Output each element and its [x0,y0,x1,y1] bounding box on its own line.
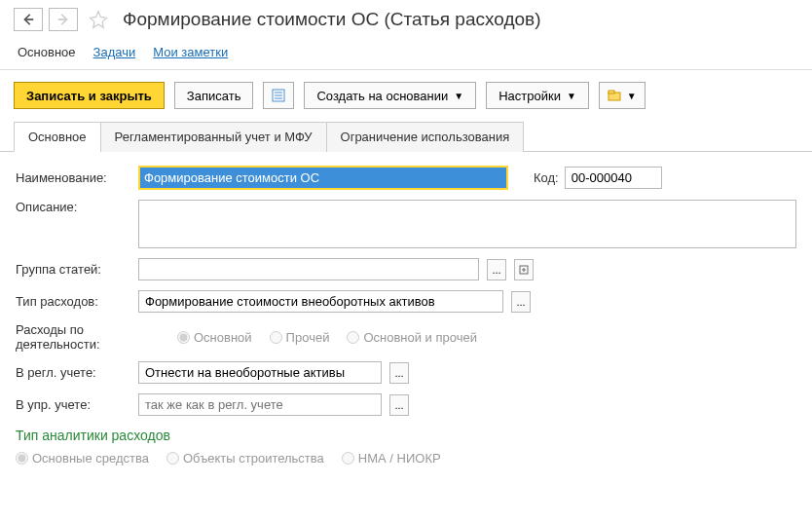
star-icon[interactable] [88,9,109,30]
tab-reg[interactable]: Регламентированный учет и МФУ [100,122,327,152]
activity-other-radio[interactable]: Прочей [270,330,330,345]
nav-main[interactable]: Основное [18,45,76,59]
analytics-title: Тип аналитики расходов [16,428,796,443]
top-nav: Основное Задачи Мои заметки [0,39,812,70]
create-based-button[interactable]: Создать на основании▼ [304,82,476,109]
save-button[interactable]: Записать [174,82,254,109]
group-input-wrap [138,258,479,280]
form: Наименование: Формирование стоимости ОС … [0,152,812,479]
reg-input-wrap [138,361,382,384]
type-label: Тип расходов: [16,294,132,309]
tabs: Основное Регламентированный учет и МФУ О… [0,121,812,152]
analytics-obj-radio[interactable]: Объекты строительства [166,451,324,466]
activity-radio-group: Основной Прочей Основной и прочей [177,330,477,345]
nav-tasks[interactable]: Задачи [93,45,136,59]
tab-main[interactable]: Основное [14,122,101,152]
settings-button[interactable]: Настройки▼ [486,82,589,109]
caret-down-icon: ▼ [454,91,463,101]
upr-label: В упр. учете: [16,397,132,412]
more-button[interactable]: ▼ [599,82,646,109]
name-label: Наименование: [16,170,132,185]
desc-textarea[interactable] [138,200,796,248]
activity-both-radio[interactable]: Основной и прочей [347,330,477,345]
caret-down-icon: ▼ [567,91,576,101]
analytics-nma-radio[interactable]: НМА / НИОКР [342,451,441,466]
group-select-button[interactable]: ... [487,259,506,280]
code-input[interactable] [566,168,661,188]
type-select-button[interactable]: ... [511,291,531,313]
code-input-wrap [565,167,662,189]
desc-label: Описание: [16,200,132,214]
tab-limit[interactable]: Ограничение использования [326,122,525,152]
back-button[interactable] [14,8,43,31]
name-input[interactable]: Формирование стоимости ОС [140,168,506,188]
list-button[interactable] [263,82,294,109]
type-input[interactable] [139,291,502,312]
upr-input-wrap [138,393,382,416]
name-input-wrap: Формирование стоимости ОС [138,166,508,190]
toolbar: Записать и закрыть Записать Создать на о… [0,70,812,121]
nav-notes[interactable]: Мои заметки [153,45,228,59]
reg-label: В регл. учете: [16,365,132,380]
list-icon [272,89,285,102]
group-label: Группа статей: [16,262,132,277]
arrow-left-icon [21,13,35,26]
activity-main-radio[interactable]: Основной [177,330,252,345]
save-close-button[interactable]: Записать и закрыть [14,82,165,109]
caret-down-icon: ▼ [627,91,637,101]
reg-select-button[interactable]: ... [389,362,409,384]
group-input[interactable] [139,259,478,280]
activity-label: Расходы по деятельности: [16,322,171,352]
reg-input[interactable] [139,362,381,383]
upr-input[interactable] [139,394,381,415]
page-title: Формирование стоимости ОС (Статья расход… [123,9,540,30]
forward-button[interactable] [49,8,78,31]
code-label: Код: [534,170,559,185]
arrow-right-icon [56,13,70,26]
folder-icon [608,89,621,102]
analytics-radio-group: Основные средства Объекты строительства … [16,451,796,466]
open-icon [519,265,529,275]
upr-select-button[interactable]: ... [389,394,409,416]
group-open-button[interactable] [514,259,534,280]
type-input-wrap [138,290,503,313]
svg-rect-5 [609,91,614,93]
analytics-os-radio[interactable]: Основные средства [16,451,149,466]
